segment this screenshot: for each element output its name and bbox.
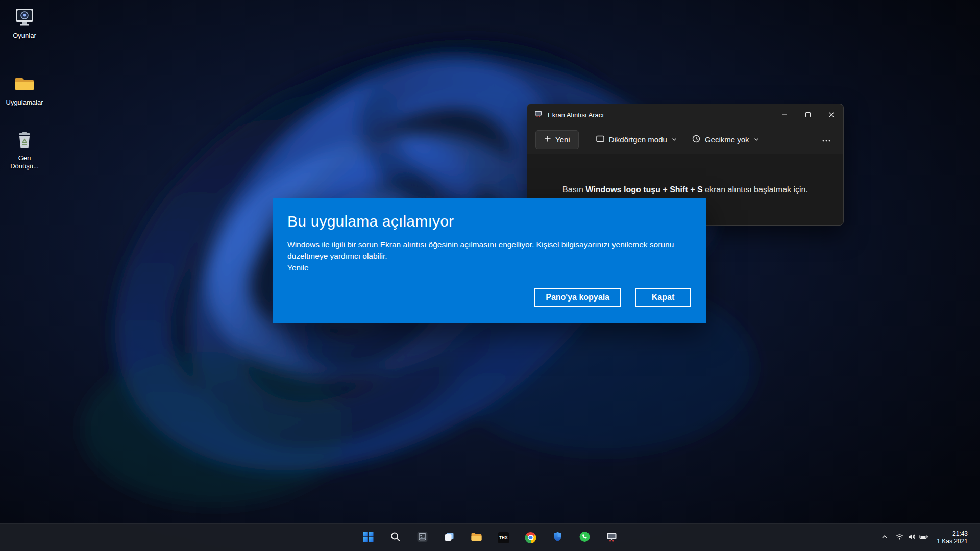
windows-logo-icon	[363, 531, 374, 544]
snipping-tool-app-icon	[534, 110, 543, 120]
snipping-tool-icon	[606, 531, 618, 544]
search-icon	[390, 531, 401, 544]
whatsapp-icon	[579, 531, 591, 544]
shortcut-hint: Basın Windows logo tuşu + Shift + S ekra…	[562, 185, 808, 194]
delay-dropdown[interactable]: Gecikme yok	[688, 130, 764, 149]
copy-to-clipboard-button[interactable]: Pano'ya kopyala	[534, 288, 621, 307]
taskbar-icon-file-explorer[interactable]	[466, 527, 487, 548]
taskbar-icon-task-view[interactable]	[439, 527, 460, 548]
clock[interactable]: 21:43 1 Kas 2021	[933, 530, 972, 545]
wifi-icon	[895, 533, 904, 543]
app-error-dialog: Bu uygulama açılamıyor Windows ile ilgil…	[273, 198, 706, 323]
dialog-body-text: Windows ile ilgili bir sorun Ekran alınt…	[287, 239, 691, 262]
dialog-title: Bu uygulama açılamıyor	[287, 213, 691, 230]
taskbar-icon-photos[interactable]	[412, 527, 433, 548]
plus-icon	[544, 135, 551, 144]
security-shield-icon	[552, 531, 564, 544]
search-button[interactable]	[385, 527, 406, 548]
desktop-icon-games[interactable]: Oyunlar	[1, 6, 48, 40]
toolbar-divider	[585, 133, 585, 146]
taskbar-icon-snipping-tool[interactable]	[601, 527, 623, 548]
window-titlebar[interactable]: Ekran Alıntısı Aracı	[527, 104, 843, 126]
desktop-icon-label: Oyunlar	[13, 32, 36, 40]
date-text: 1 Kas 2021	[937, 538, 968, 545]
clock-icon	[692, 134, 701, 145]
desktop-icon-label: Uygulamalar	[6, 98, 43, 107]
desktop-icon-recycle-bin[interactable]: Geri Dönüşü...	[1, 129, 48, 170]
snipping-toolbar: Yeni Dikdörtgen modu Gecikme yok	[527, 126, 843, 154]
battery-icon	[919, 533, 928, 543]
recycle-bin-icon	[13, 129, 36, 152]
taskbar-icon-whatsapp[interactable]	[574, 527, 596, 548]
maximize-button[interactable]	[796, 104, 820, 126]
taskbar-icon-chrome[interactable]	[520, 527, 542, 548]
mode-dropdown[interactable]: Dikdörtgen modu	[592, 130, 681, 149]
chrome-icon	[525, 532, 536, 543]
desktop-icon-applications[interactable]: Uygulamalar	[1, 73, 48, 107]
time-text: 21:43	[937, 530, 968, 538]
more-options-button[interactable]	[818, 131, 835, 148]
chevron-down-icon	[753, 135, 760, 144]
taskbar-icon-thx[interactable]: THX	[493, 527, 514, 548]
rectangle-mode-icon	[596, 134, 605, 145]
taskbar-icon-windows-security[interactable]	[547, 527, 569, 548]
minimize-button[interactable]	[773, 104, 796, 126]
show-desktop-button[interactable]	[973, 524, 976, 551]
thx-app-icon: THX	[498, 532, 509, 543]
ellipsis-icon	[822, 135, 831, 144]
desktop-icon-label: Geri Dönüşü...	[4, 154, 45, 170]
photos-app-icon	[417, 531, 428, 544]
desktop-screen: Oyunlar Uygulamalar Geri Dönüşü...	[0, 0, 980, 551]
games-monitor-icon	[13, 6, 36, 30]
file-explorer-icon	[471, 531, 483, 545]
hidden-icons-button[interactable]	[878, 528, 891, 548]
task-view-icon	[444, 531, 455, 544]
close-button[interactable]	[820, 104, 843, 126]
refresh-link[interactable]: Yenile	[287, 262, 309, 273]
window-title: Ekran Alıntısı Aracı	[548, 111, 604, 119]
taskbar: THX	[0, 523, 980, 551]
new-snip-button[interactable]: Yeni	[535, 130, 579, 149]
folder-icon	[13, 73, 36, 96]
close-dialog-button[interactable]: Kapat	[635, 288, 691, 307]
chevron-down-icon	[671, 135, 677, 144]
chevron-up-icon	[881, 533, 888, 542]
start-button[interactable]	[358, 527, 379, 548]
quick-settings-button[interactable]	[892, 528, 932, 548]
volume-icon	[908, 533, 916, 543]
